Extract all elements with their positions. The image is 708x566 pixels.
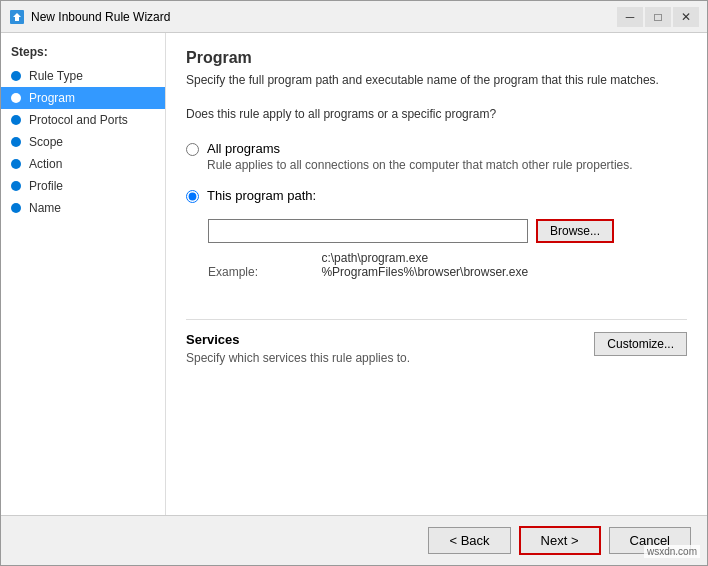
wizard-window: New Inbound Rule Wizard ─ □ ✕ Steps: Rul…: [0, 0, 708, 566]
page-description: Specify the full program path and execut…: [186, 73, 687, 87]
next-button[interactable]: Next >: [519, 526, 601, 555]
program-path-input[interactable]: [208, 219, 528, 243]
sidebar-item-profile[interactable]: Profile: [1, 175, 165, 197]
example-block: Example: c:\path\program.exe %ProgramFil…: [208, 251, 687, 279]
window-title: New Inbound Rule Wizard: [31, 10, 617, 24]
sidebar-header: Steps:: [1, 41, 165, 65]
services-title: Services: [186, 332, 410, 347]
main-question: Does this rule apply to all programs or …: [186, 107, 687, 121]
sidebar-label-action: Action: [29, 157, 62, 171]
title-bar: New Inbound Rule Wizard ─ □ ✕: [1, 1, 707, 33]
sidebar-label-protocol-ports: Protocol and Ports: [29, 113, 128, 127]
main-panel: Program Specify the full program path an…: [166, 33, 707, 515]
sidebar-label-profile: Profile: [29, 179, 63, 193]
close-button[interactable]: ✕: [673, 7, 699, 27]
all-programs-label-group: All programs Rule applies to all connect…: [207, 141, 633, 172]
this-program-radio[interactable]: [186, 190, 199, 203]
sidebar-label-rule-type: Rule Type: [29, 69, 83, 83]
sidebar-item-program[interactable]: Program: [1, 87, 165, 109]
services-header-row: Services Specify which services this rul…: [186, 332, 687, 365]
sidebar: Steps: Rule Type Program Protocol and Po…: [1, 33, 166, 515]
all-programs-label[interactable]: All programs: [207, 141, 280, 156]
program-path-row: Browse...: [208, 219, 687, 243]
window-icon: [9, 9, 25, 25]
sidebar-dot-protocol-ports: [11, 115, 21, 125]
program-radio-group: All programs Rule applies to all connect…: [186, 141, 687, 279]
watermark: wsxdn.com: [644, 545, 700, 558]
sidebar-item-rule-type[interactable]: Rule Type: [1, 65, 165, 87]
sidebar-dot-program: [11, 93, 21, 103]
sidebar-item-action[interactable]: Action: [1, 153, 165, 175]
customize-button[interactable]: Customize...: [594, 332, 687, 356]
sidebar-dot-scope: [11, 137, 21, 147]
services-text-group: Services Specify which services this rul…: [186, 332, 410, 365]
sidebar-dot-rule-type: [11, 71, 21, 81]
this-program-label[interactable]: This program path:: [207, 188, 316, 203]
browse-button[interactable]: Browse...: [536, 219, 614, 243]
sidebar-item-name[interactable]: Name: [1, 197, 165, 219]
minimize-button[interactable]: ─: [617, 7, 643, 27]
sidebar-dot-name: [11, 203, 21, 213]
this-program-label-group: This program path:: [207, 188, 316, 203]
all-programs-option: All programs Rule applies to all connect…: [186, 141, 687, 172]
bottom-bar: < Back Next > Cancel: [1, 515, 707, 565]
services-section: Services Specify which services this rul…: [186, 319, 687, 365]
content-area: Steps: Rule Type Program Protocol and Po…: [1, 33, 707, 515]
example-path1: c:\path\program.exe: [321, 251, 428, 265]
all-programs-radio[interactable]: [186, 143, 199, 156]
this-program-option: This program path:: [186, 188, 687, 203]
back-button[interactable]: < Back: [428, 527, 510, 554]
sidebar-item-scope[interactable]: Scope: [1, 131, 165, 153]
sidebar-dot-action: [11, 159, 21, 169]
window-controls: ─ □ ✕: [617, 7, 699, 27]
sidebar-label-name: Name: [29, 201, 61, 215]
example-path2: %ProgramFiles%\browser\browser.exe: [321, 265, 528, 279]
all-programs-sublabel: Rule applies to all connections on the c…: [207, 158, 633, 172]
example-label: Example:: [208, 265, 258, 279]
page-title: Program: [186, 49, 687, 67]
maximize-button[interactable]: □: [645, 7, 671, 27]
sidebar-item-protocol-ports[interactable]: Protocol and Ports: [1, 109, 165, 131]
services-description: Specify which services this rule applies…: [186, 351, 410, 365]
sidebar-label-scope: Scope: [29, 135, 63, 149]
sidebar-label-program: Program: [29, 91, 75, 105]
sidebar-dot-profile: [11, 181, 21, 191]
example-paths: c:\path\program.exe %ProgramFiles%\brows…: [321, 251, 528, 279]
